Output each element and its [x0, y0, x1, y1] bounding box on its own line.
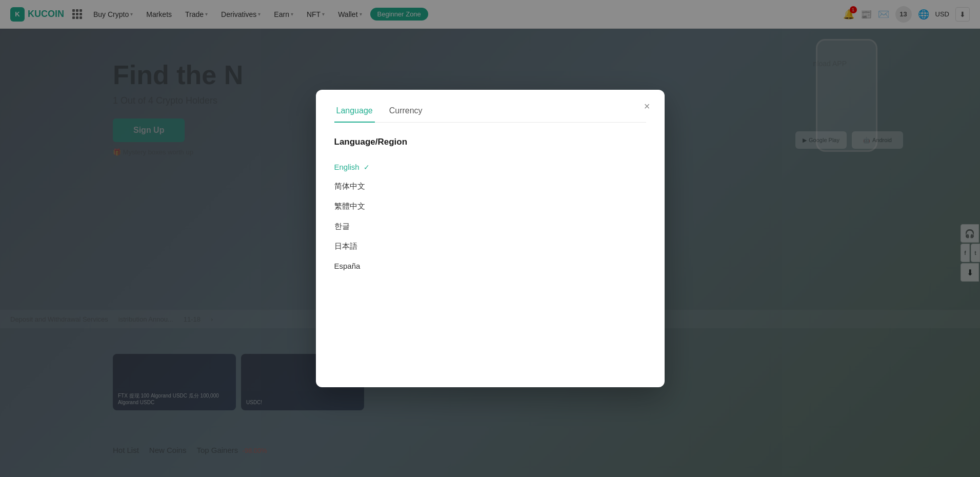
- section-title: Language/Region: [334, 137, 646, 147]
- modal-overlay[interactable]: × Language Currency Language/Region Engl…: [0, 0, 980, 477]
- lang-spanish[interactable]: España: [334, 256, 646, 275]
- modal-close-button[interactable]: ×: [640, 99, 654, 113]
- tab-currency[interactable]: Currency: [387, 106, 425, 123]
- tab-language[interactable]: Language: [334, 106, 375, 123]
- lang-simplified-chinese[interactable]: 简体中文: [334, 176, 646, 196]
- checkmark-icon: ✓: [364, 163, 370, 171]
- lang-english[interactable]: English ✓: [334, 157, 646, 176]
- modal-tabs: Language Currency: [334, 106, 646, 123]
- lang-korean[interactable]: 한글: [334, 216, 646, 236]
- lang-japanese[interactable]: 日本語: [334, 236, 646, 256]
- lang-traditional-chinese[interactable]: 繁體中文: [334, 196, 646, 216]
- language-list: English ✓ 简体中文 繁體中文 한글 日本語 España: [334, 157, 646, 275]
- language-currency-modal: × Language Currency Language/Region Engl…: [316, 90, 665, 387]
